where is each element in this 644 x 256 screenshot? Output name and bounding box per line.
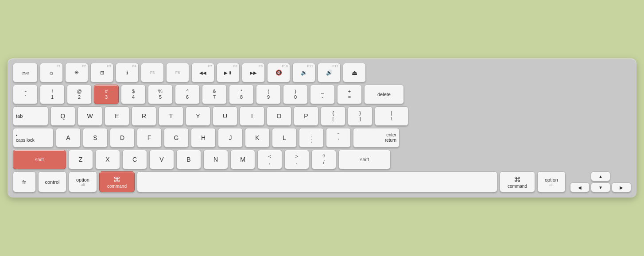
key-m[interactable]: M <box>230 150 255 169</box>
key-f4[interactable]: ℹ F4 <box>116 63 139 82</box>
key-k[interactable]: K <box>245 128 270 147</box>
key-9[interactable]: ( 9 <box>256 85 281 104</box>
key-p[interactable]: P <box>294 106 318 126</box>
key-e[interactable]: E <box>105 106 129 126</box>
key-quote[interactable]: " ' <box>326 128 351 147</box>
key-g[interactable]: G <box>164 128 189 147</box>
key-f8[interactable]: ▶⏸ F8 <box>217 63 240 82</box>
key-f5[interactable]: F5 <box>141 63 164 82</box>
key-fn[interactable]: fn <box>13 171 36 192</box>
key-f[interactable]: F <box>137 128 162 147</box>
number-row: ~ ` ! 1 @ 2 # 3 $ 4 <box>13 85 631 104</box>
key-arrow-left[interactable]: ◀ <box>570 182 590 192</box>
key-enter[interactable]: enter return <box>353 128 400 147</box>
key-5[interactable]: % 5 <box>148 85 173 104</box>
key-1[interactable]: ! 1 <box>40 85 65 104</box>
key-delete[interactable]: delete <box>364 85 404 104</box>
key-comma[interactable]: < , <box>257 150 282 169</box>
key-t[interactable]: T <box>159 106 183 126</box>
key-v[interactable]: V <box>149 150 174 169</box>
key-l[interactable]: L <box>272 128 297 147</box>
keyboard: esc ☼ F1 ✳ F2 ⊞ F3 ℹ F4 F5 F6 ◀◀ F7 ▶⏸ <box>8 58 636 198</box>
key-option-left[interactable]: option alt <box>69 171 97 192</box>
key-d[interactable]: D <box>110 128 135 147</box>
key-6[interactable]: ^ 6 <box>175 85 200 104</box>
key-u[interactable]: U <box>213 106 237 126</box>
key-tilde[interactable]: ~ ` <box>13 85 38 104</box>
key-lbracket[interactable]: { [ <box>321 106 345 126</box>
key-z[interactable]: Z <box>68 150 93 169</box>
key-f11[interactable]: 🔉 F11 <box>292 63 315 82</box>
key-command-left[interactable]: ⌘ command <box>99 171 135 192</box>
key-n[interactable]: N <box>203 150 228 169</box>
key-f7[interactable]: ◀◀ F7 <box>191 63 214 82</box>
key-8[interactable]: * 8 <box>229 85 254 104</box>
key-f3[interactable]: ⊞ F3 <box>90 63 113 82</box>
key-f12[interactable]: 🔊 F12 <box>318 63 341 82</box>
qwerty-row: tab Q W E R T Y U I O P { [ } ] | \ <box>13 106 631 126</box>
key-control[interactable]: control <box>38 171 66 192</box>
shift-row: shift Z X C V B N M < , > . ? / shif <box>13 150 631 169</box>
key-rbracket[interactable]: } ] <box>348 106 372 126</box>
home-row: • caps lock A S D F G H J K L : ; " ' en… <box>13 128 631 147</box>
key-f6[interactable]: F6 <box>166 63 189 82</box>
key-shift-left[interactable]: shift <box>13 150 66 169</box>
key-7[interactable]: & 7 <box>202 85 227 104</box>
key-esc[interactable]: esc <box>13 63 38 82</box>
key-f10[interactable]: 🔇 F10 <box>267 63 290 82</box>
fn-row: esc ☼ F1 ✳ F2 ⊞ F3 ℹ F4 F5 F6 ◀◀ F7 ▶⏸ <box>13 63 631 82</box>
key-minus[interactable]: _ - <box>310 85 335 104</box>
key-arrow-up[interactable]: ▲ <box>591 171 610 181</box>
key-arrow-right[interactable]: ▶ <box>612 182 631 192</box>
key-2[interactable]: @ 2 <box>67 85 92 104</box>
key-arrow-down[interactable]: ▼ <box>591 182 610 192</box>
key-w[interactable]: W <box>78 106 102 126</box>
arrow-cluster: ▲ ◀ ▼ ▶ <box>570 171 631 192</box>
key-y[interactable]: Y <box>186 106 210 126</box>
key-b[interactable]: B <box>176 150 201 169</box>
key-4[interactable]: $ 4 <box>121 85 146 104</box>
key-c[interactable]: C <box>122 150 147 169</box>
key-eject[interactable]: ⏏ <box>343 63 366 82</box>
key-q[interactable]: Q <box>50 106 75 126</box>
bottom-row: fn control option alt ⌘ command ⌘ comman… <box>13 171 631 192</box>
key-shift-right[interactable]: shift <box>338 150 391 169</box>
key-backslash[interactable]: | \ <box>375 106 408 126</box>
key-f2[interactable]: ✳ F2 <box>65 63 88 82</box>
key-semicolon[interactable]: : ; <box>299 128 324 147</box>
key-capslock[interactable]: • caps lock <box>13 128 54 147</box>
key-h[interactable]: H <box>191 128 216 147</box>
key-slash[interactable]: ? / <box>311 150 336 169</box>
key-tab[interactable]: tab <box>13 106 48 126</box>
key-0[interactable]: ) 0 <box>283 85 308 104</box>
key-j[interactable]: J <box>218 128 243 147</box>
key-x[interactable]: X <box>95 150 120 169</box>
key-f9[interactable]: ▶▶ F9 <box>242 63 265 82</box>
key-o[interactable]: O <box>267 106 291 126</box>
key-s[interactable]: S <box>83 128 108 147</box>
key-space[interactable] <box>137 171 497 192</box>
key-command-right[interactable]: ⌘ command <box>500 171 535 192</box>
key-f1[interactable]: ☼ F1 <box>40 63 63 82</box>
key-i[interactable]: I <box>240 106 264 126</box>
key-3[interactable]: # 3 <box>94 85 119 104</box>
key-period[interactable]: > . <box>284 150 309 169</box>
key-r[interactable]: R <box>132 106 156 126</box>
key-equals[interactable]: + = <box>337 85 362 104</box>
key-a[interactable]: A <box>56 128 81 147</box>
key-option-right[interactable]: option alt <box>537 171 566 192</box>
